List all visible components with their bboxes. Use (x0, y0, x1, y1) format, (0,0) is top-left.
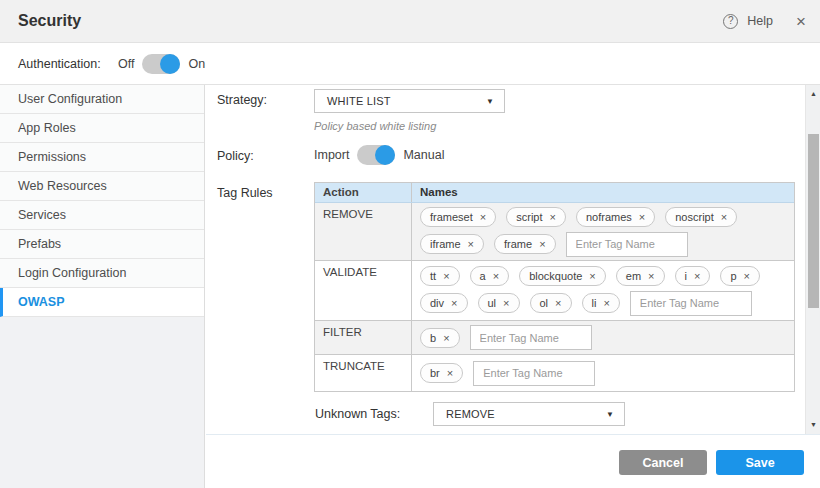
policy-label: Policy: (217, 149, 254, 163)
tag-pill: p× (720, 266, 760, 286)
remove-tag-icon[interactable]: × (493, 269, 499, 283)
table-header-row: Action Names (315, 183, 794, 203)
remove-tag-icon[interactable]: × (603, 296, 609, 310)
tag-pill: li× (582, 293, 620, 313)
column-header-action: Action (315, 183, 412, 202)
tag-pill: blockquote× (519, 266, 606, 286)
toggle-knob (375, 145, 395, 165)
authentication-on-label: On (188, 57, 205, 71)
sidebar-item-app-roles[interactable]: App Roles (0, 114, 204, 143)
chevron-down-icon: ▼ (486, 97, 494, 106)
authentication-label: Authentication: (18, 57, 118, 71)
tag-pill: iframe× (420, 234, 484, 254)
sidebar-item-login-configuration[interactable]: Login Configuration (0, 259, 204, 288)
column-header-names: Names (412, 183, 466, 202)
sidebar-item-permissions[interactable]: Permissions (0, 143, 204, 172)
vertical-scrollbar[interactable]: ▲ ▼ (805, 85, 820, 434)
tag-rules-label: Tag Rules (217, 186, 273, 200)
remove-tag-icon[interactable]: × (468, 237, 474, 251)
sidebar-item-label: Services (18, 208, 66, 222)
sidebar-item-label: App Roles (18, 121, 76, 135)
tag-pill: script× (506, 207, 566, 227)
unknown-tags-select[interactable]: REMOVE ▼ (433, 402, 625, 426)
remove-tag-icon[interactable]: × (550, 210, 556, 224)
tag-pill-label: em (626, 269, 641, 283)
tag-pill-label: frameset (430, 210, 473, 224)
authentication-toggle[interactable] (142, 54, 180, 74)
remove-tag-icon[interactable]: × (443, 269, 449, 283)
remove-tag-icon[interactable]: × (639, 210, 645, 224)
sidebar-item-owasp[interactable]: OWASP (0, 288, 204, 317)
table-row: REMOVE frameset×script×noframes×noscript… (315, 203, 794, 261)
help-icon[interactable]: ? (723, 14, 738, 29)
strategy-hint: Policy based white listing (314, 120, 436, 132)
tag-pill-label: blockquote (529, 269, 582, 283)
remove-tag-icon[interactable]: × (721, 210, 727, 224)
remove-tag-icon[interactable]: × (503, 296, 509, 310)
remove-tag-icon[interactable]: × (539, 237, 545, 251)
sidebar-item-prefabs[interactable]: Prefabs (0, 230, 204, 259)
remove-tag-icon[interactable]: × (648, 269, 654, 283)
remove-tag-icon[interactable]: × (443, 331, 449, 345)
remove-tag-icon[interactable]: × (447, 366, 453, 380)
tag-name-input[interactable] (470, 325, 592, 350)
unknown-tags-value: REMOVE (446, 408, 606, 420)
tag-pill-label: p (730, 269, 736, 283)
tag-pill-label: li (592, 296, 597, 310)
tag-name-input[interactable] (566, 232, 688, 257)
remove-tag-icon[interactable]: × (694, 269, 700, 283)
table-row: FILTER b× (315, 321, 794, 355)
names-cell: br× (412, 355, 794, 391)
table-row: VALIDATE tt×a×blockquote×em×i×p×div×ul×o… (315, 261, 794, 321)
save-button[interactable]: Save (716, 450, 804, 475)
scrollbar-thumb[interactable] (808, 134, 819, 308)
tag-pill-label: b (430, 331, 436, 345)
tag-pill-label: script (516, 210, 542, 224)
names-cell: b× (412, 321, 794, 354)
policy-toggle-group: Import Manual (314, 145, 444, 165)
policy-toggle[interactable] (357, 145, 395, 165)
tag-name-input[interactable] (473, 361, 595, 386)
dialog-header: Security ? Help × (0, 0, 820, 43)
tag-pill-label: div (430, 296, 444, 310)
strategy-label: Strategy: (217, 93, 267, 107)
tag-pill: ol× (530, 293, 572, 313)
sidebar: User ConfigurationApp RolesPermissionsWe… (0, 85, 205, 488)
security-dialog: Security ? Help × Authentication: Off On… (0, 0, 820, 488)
policy-import-label: Import (314, 148, 349, 162)
tag-pill: frameset× (420, 207, 496, 227)
tag-pill: b× (420, 328, 460, 348)
tag-pill-label: noframes (586, 210, 632, 224)
header-actions: ? Help × (723, 13, 806, 30)
tag-pill: em× (616, 266, 665, 286)
tag-pill: br× (420, 363, 463, 383)
strategy-select[interactable]: WHITE LIST ▼ (314, 89, 505, 113)
action-cell: REMOVE (315, 203, 412, 260)
sidebar-item-services[interactable]: Services (0, 201, 204, 230)
tag-rules-table: Action Names REMOVE frameset×script×nofr… (314, 182, 795, 392)
sidebar-item-user-configuration[interactable]: User Configuration (0, 85, 204, 114)
remove-tag-icon[interactable]: × (451, 296, 457, 310)
sidebar-item-web-resources[interactable]: Web Resources (0, 172, 204, 201)
cancel-button[interactable]: Cancel (619, 450, 707, 475)
tag-pill: a× (470, 266, 510, 286)
scroll-up-icon[interactable]: ▲ (806, 87, 820, 101)
tag-pill: ul× (478, 293, 520, 313)
tag-pill-label: ol (540, 296, 549, 310)
tag-pill-label: br (430, 366, 440, 380)
authentication-off-label: Off (118, 57, 134, 71)
tag-pill-label: i (685, 269, 687, 283)
remove-tag-icon[interactable]: × (555, 296, 561, 310)
remove-tag-icon[interactable]: × (480, 210, 486, 224)
tag-pill: frame× (494, 234, 556, 254)
scroll-down-icon[interactable]: ▼ (806, 418, 820, 432)
tag-pill-label: iframe (430, 237, 461, 251)
close-icon[interactable]: × (796, 13, 806, 30)
tag-pill-label: a (480, 269, 486, 283)
remove-tag-icon[interactable]: × (589, 269, 595, 283)
help-link[interactable]: Help (747, 14, 773, 28)
tag-pill: div× (420, 293, 468, 313)
remove-tag-icon[interactable]: × (744, 269, 750, 283)
tag-name-input[interactable] (630, 291, 752, 316)
tag-pill-label: frame (504, 237, 532, 251)
